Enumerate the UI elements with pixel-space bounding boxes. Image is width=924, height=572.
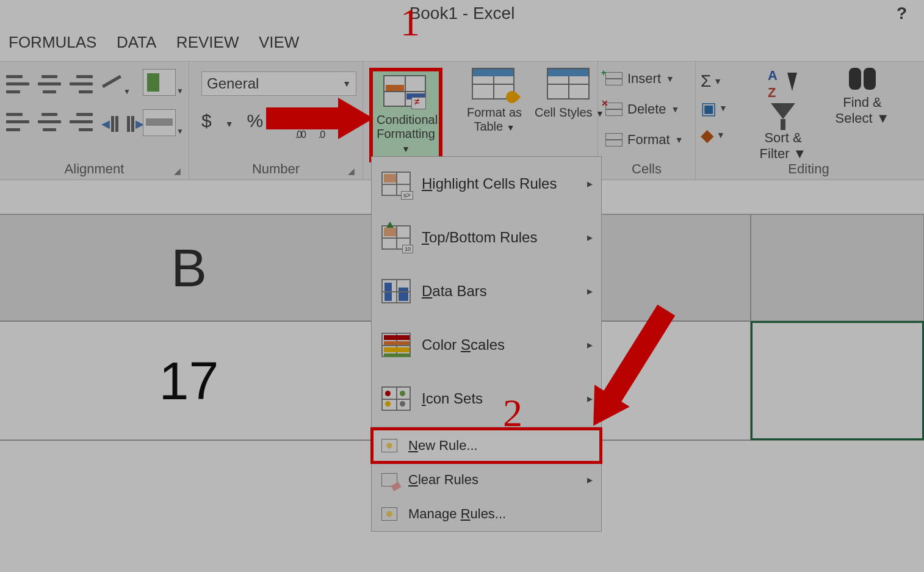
column-header-b[interactable]: B	[0, 214, 378, 321]
sort-filter-button[interactable]: AZ Sort & Filter ▼	[749, 68, 817, 162]
clear-button[interactable]: ◆▼	[701, 121, 734, 148]
menu-data-bars[interactable]: Data Bars▸	[372, 264, 601, 318]
annotation-1: 1	[400, 0, 420, 45]
column-header-d[interactable]	[751, 214, 924, 321]
number-format-dropdown[interactable]: General ▼	[201, 71, 356, 96]
align-top-icon[interactable]	[6, 73, 29, 96]
number-format-value: General	[207, 75, 259, 92]
group-label-number: Number	[189, 161, 363, 177]
group-label-alignment: Alignment	[0, 161, 189, 177]
cell-styles-button[interactable]: Cell Styles ▼	[533, 68, 606, 120]
tab-review[interactable]: REVIEW	[176, 33, 239, 52]
ribbon-tabs: FORMULAS DATA REVIEW VIEW	[0, 29, 924, 59]
group-alignment: ▼ ▼ ◀ ▶ ▼ Alignment ◢	[0, 62, 189, 181]
increase-indent-icon[interactable]: ▶	[127, 110, 144, 137]
icon-sets-icon	[381, 386, 411, 411]
highlight-cells-icon: ≤>	[381, 172, 411, 196]
manage-rules-icon	[381, 507, 397, 521]
decrease-indent-icon[interactable]: ◀	[101, 110, 118, 137]
conditional-formatting-menu: ≤> Highlight Cells Rules▸ 10 Top/Bottom …	[371, 156, 602, 532]
color-scales-icon	[381, 333, 411, 357]
format-as-table-button[interactable]: Format as Table ▼	[458, 68, 531, 134]
orientation-button[interactable]: ▼	[98, 68, 128, 98]
window-title: Book1 - Excel	[0, 4, 924, 23]
cell-d1-selected[interactable]	[751, 321, 924, 440]
conditional-formatting-button[interactable]: Conditional Formatting ▼	[369, 68, 442, 162]
align-middle-icon[interactable]	[38, 73, 61, 96]
help-icon[interactable]: ?	[897, 4, 907, 23]
new-rule-icon	[381, 439, 397, 452]
merge-center-button[interactable]: ▼	[143, 109, 176, 136]
annotation-2: 2	[503, 391, 522, 436]
menu-icon-sets[interactable]: Icon Sets▸	[372, 372, 601, 425]
menu-clear-rules[interactable]: Clear Rules▸	[372, 463, 601, 497]
conditional-formatting-label: Conditional Formatting	[377, 113, 438, 140]
format-cells-button[interactable]: Format▼	[605, 128, 684, 152]
menu-manage-rules[interactable]: Manage Rules...	[372, 497, 601, 531]
tab-view[interactable]: VIEW	[259, 33, 299, 52]
tab-data[interactable]: DATA	[117, 33, 156, 52]
accounting-button[interactable]: $	[201, 110, 212, 131]
fill-button[interactable]: ▣▼	[701, 95, 734, 121]
menu-new-rule[interactable]: New Rule...	[372, 429, 601, 463]
group-label-editing: Editing	[696, 161, 922, 177]
annotation-arrow-1	[266, 98, 374, 139]
delete-label: Delete	[627, 101, 666, 117]
top-bottom-icon: 10	[381, 225, 411, 250]
insert-label: Insert	[627, 71, 661, 87]
number-dialog-launcher-icon[interactable]: ◢	[348, 166, 358, 176]
find-select-button[interactable]: Find & Select ▼	[829, 68, 896, 126]
data-bars-icon	[381, 279, 411, 303]
group-editing: Σ▼ ▣▼ ◆▼ AZ Sort & Filter ▼ Find & Selec…	[696, 62, 922, 181]
title-bar: Book1 - Excel ?	[0, 0, 924, 29]
group-cells: + Insert▼ ✕ Delete▼ Format▼ Cells	[598, 62, 696, 181]
align-bottom-icon[interactable]	[70, 73, 93, 96]
tab-formulas[interactable]: FORMULAS	[9, 33, 96, 52]
clear-rules-icon	[381, 473, 397, 487]
menu-top-bottom-rules[interactable]: 10 Top/Bottom Rules▸	[372, 211, 601, 264]
autosum-button[interactable]: Σ▼	[701, 68, 734, 95]
insert-cells-button[interactable]: + Insert▼	[605, 67, 674, 91]
menu-highlight-cells-rules[interactable]: ≤> Highlight Cells Rules▸	[372, 157, 601, 211]
cell-b1[interactable]: 17	[0, 321, 378, 440]
format-label: Format	[627, 132, 670, 148]
wrap-text-button[interactable]: ▼	[143, 69, 176, 96]
delete-cells-button[interactable]: ✕ Delete▼	[605, 97, 679, 121]
align-left-icon[interactable]	[6, 110, 29, 134]
menu-color-scales[interactable]: Color Scales▸	[372, 318, 601, 372]
group-label-cells: Cells	[598, 161, 695, 177]
align-center-icon[interactable]	[38, 110, 61, 134]
align-right-icon[interactable]	[70, 110, 93, 134]
alignment-dialog-launcher-icon[interactable]: ◢	[174, 166, 184, 176]
find-select-label: Find & Select	[835, 95, 881, 126]
cell-styles-label: Cell Styles	[535, 106, 592, 119]
percent-button[interactable]: %	[247, 110, 264, 131]
